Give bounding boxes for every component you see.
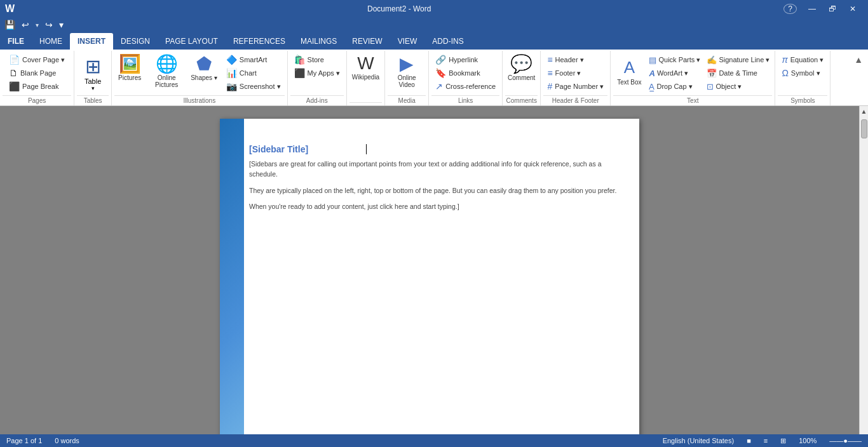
pages-group-label: Pages [3,95,71,105]
hyperlink-icon: 🔗 [435,55,446,65]
cross-reference-button[interactable]: ↗ Cross-reference [431,80,499,93]
save-qat-button[interactable]: 💾 [3,19,17,30]
pictures-icon: 🖼️ [119,53,141,74]
store-icon: 🛍️ [294,55,305,65]
my-apps-icon: ⬛ [294,68,305,78]
ribbon-group-links: 🔗 Hyperlink 🔖 Bookmark ↗ Cross-reference… [429,51,503,105]
cover-page-icon: 📄 [9,55,20,65]
page-break-button[interactable]: ⬛ Page Break [5,80,69,93]
tab-page-layout[interactable]: PAGE LAYOUT [158,33,226,50]
ribbon-collapse-area: ▲ [849,51,868,105]
ribbon-group-comments: 💬 Comment Comments [503,51,541,105]
help-button[interactable]: ? [783,4,797,14]
footer-button[interactable]: ≡ Footer ▾ [543,67,585,79]
object-button[interactable]: ⊡ Object ▾ [704,80,772,93]
ribbon: 📄 Cover Page ▾ 🗋 Blank Page ⬛ Page Break… [0,50,868,106]
links-group-label: Links [431,95,499,105]
bookmark-button[interactable]: 🔖 Bookmark [431,67,484,79]
my-apps-button[interactable]: ⬛ My Apps ▾ [290,67,344,79]
tab-mailings[interactable]: MAILINGS [293,33,344,50]
restore-button[interactable]: 🗗 [822,0,843,18]
online-pictures-button[interactable]: 🌐 Online Pictures [147,52,186,94]
ribbon-tabs: FILE HOME INSERT DESIGN PAGE LAYOUT REFE… [0,32,868,50]
text-box-button[interactable]: A Text Box [613,52,645,91]
sidebar-text-1: [Sidebars are great for calling out impo… [249,159,627,180]
tab-design[interactable]: DESIGN [113,33,158,50]
ribbon-group-text: A Text Box ▤ Quick Parts ▾ A WordArt ▾ [611,51,775,105]
symbol-button[interactable]: Ω Symbol ▾ [778,67,824,79]
signature-line-icon: ✍ [707,55,717,65]
title-bar-title: Document2 - Word [15,4,783,13]
date-time-button[interactable]: 📅 Date & Time [704,67,772,79]
shapes-button[interactable]: ⬟ Shapes ▾ [188,52,220,94]
redo-qat-button[interactable]: ↪ [43,19,55,30]
scroll-thumb[interactable] [861,119,867,138]
sidebar-text-2: They are typically placed on the left, r… [249,186,627,196]
drop-cap-icon: A̲ [649,82,654,91]
ribbon-group-media: ▶ Online Video Media [385,51,429,105]
ribbon-group-tables: ⊞ Table ▾ Tables [74,51,112,105]
tab-home[interactable]: HOME [32,33,70,50]
quick-parts-button[interactable]: ▤ Quick Parts ▾ [646,53,703,66]
comment-button[interactable]: 💬 Comment [505,52,538,94]
table-dropdown-icon: ▾ [92,85,95,91]
status-bar: Page 1 of 1 0 words English (United Stat… [0,434,868,447]
smartart-icon: 🔷 [226,55,237,65]
illustrations-group-label: Illustrations [114,95,284,105]
drop-cap-button[interactable]: A̲ Drop Cap ▾ [646,80,703,93]
hyperlink-button[interactable]: 🔗 Hyperlink [431,53,482,66]
undo-qat-button[interactable]: ↩ [20,19,31,30]
online-video-icon: ▶ [400,53,414,74]
window-controls: — 🗗 ✕ [802,0,863,18]
tab-review[interactable]: REVIEW [344,33,390,50]
smartart-button[interactable]: 🔷 SmartArt [222,53,285,66]
wordart-button[interactable]: A WordArt ▾ [646,67,703,79]
undo-arrow-icon: ▾ [34,21,41,29]
tab-file[interactable]: FILE [0,33,32,50]
chart-icon: 📊 [226,68,237,78]
table-icon: ⊞ [85,55,101,77]
footer-icon: ≡ [547,68,552,78]
equation-button[interactable]: π Equation ▾ [778,53,827,66]
wikipedia-button[interactable]: W Wikipedia [349,52,382,94]
blank-page-icon: 🗋 [9,68,18,78]
tab-references[interactable]: REFERENCES [226,33,293,50]
web-view-icon[interactable]: ⊞ [780,437,786,445]
sidebar-title[interactable]: [Sidebar Title] [249,144,627,154]
minimize-button[interactable]: — [802,0,822,18]
title-bar-left: W [5,3,15,15]
document-page[interactable]: [Sidebar Title] [Sidebars are great for … [220,119,639,447]
main-area: [Sidebar Title] [Sidebars are great for … [0,106,868,447]
header-icon: ≡ [547,55,552,65]
header-button[interactable]: ≡ Header ▾ [543,53,587,66]
date-time-icon: 📅 [707,69,717,78]
tab-add-ins[interactable]: ADD-INS [424,33,471,50]
blank-page-button[interactable]: 🗋 Blank Page [5,67,69,79]
store-button[interactable]: 🛍️ Store [290,53,328,66]
page-number-button[interactable]: # Page Number ▾ [543,80,607,93]
close-button[interactable]: ✕ [843,0,863,18]
object-icon: ⊡ [707,82,714,91]
cover-page-button[interactable]: 📄 Cover Page ▾ [5,53,69,66]
ribbon-group-illustrations: 🖼️ Pictures 🌐 Online Pictures ⬟ [112,51,287,105]
addins-group-label: Add-ins [290,95,344,105]
tab-view[interactable]: VIEW [390,33,425,50]
signature-line-button[interactable]: ✍ Signature Line ▾ [704,53,772,66]
zoom-slider[interactable]: ——●—— [829,437,862,444]
ribbon-collapse-button[interactable]: ▲ [851,53,865,66]
print-layout-icon[interactable]: ≡ [764,437,768,444]
chart-button[interactable]: 📊 Chart [222,67,285,79]
title-bar: W Document2 - Word ? — 🗗 ✕ [0,0,868,18]
pictures-button[interactable]: 🖼️ Pictures [114,52,145,94]
sidebar-text-3: When you're ready to add your content, j… [249,202,627,212]
read-mode-icon[interactable]: ■ [747,437,751,444]
sidebar-accent [220,119,244,447]
comments-group-label: Comments [505,95,538,105]
online-video-button[interactable]: ▶ Online Video [388,52,426,94]
table-button[interactable]: ⊞ Table ▾ [77,52,109,94]
tab-insert[interactable]: INSERT [70,33,113,50]
screenshot-button[interactable]: 📷 Screenshot ▾ [222,80,285,93]
customize-qat-button[interactable]: ▾ [57,19,65,30]
scroll-up-button[interactable]: ▲ [859,106,868,117]
ribbon-group-addins: 🛍️ Store ⬛ My Apps ▾ Add-ins [288,51,347,105]
